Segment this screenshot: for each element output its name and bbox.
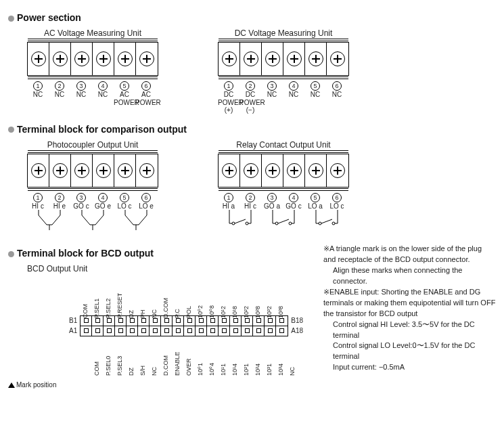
pin-label: HI c (27, 202, 49, 211)
pin-label: LO a (304, 202, 326, 211)
screw-icon (118, 51, 133, 66)
bcd-top-labels: COMP.SEL1P.SEL2P.RESETDZPHNCD.COMP.CPOL1… (85, 278, 303, 315)
pin-num: 6 (332, 193, 342, 202)
pin-label: GO c (283, 202, 304, 211)
pin-num: 4 (289, 81, 298, 91)
pin-label: NC (326, 91, 348, 99)
bcd-pin (127, 326, 138, 336)
bcd-pin-label: COM (85, 336, 97, 377)
dc-terminal-block (218, 42, 349, 76)
pin-num: 1 (33, 193, 43, 202)
pin-num: 5 (120, 81, 129, 91)
pin-label: HI a (218, 202, 239, 211)
row-a-right-label: A18 (291, 327, 303, 334)
pin-num: 1 (33, 81, 43, 91)
bcd-pin-label: DZ (120, 336, 131, 377)
bcd-pin (253, 326, 265, 336)
ac-unit: AC Voltage Measuring Unit 1NC 2NC 3NC 4N… (8, 28, 158, 106)
bcd-pin-label: 10¹1 (212, 336, 223, 377)
bcd-pin (276, 326, 288, 336)
bcd-pin (230, 326, 242, 336)
pin-num: 3 (76, 81, 86, 91)
mark-position-text: Mark position (16, 381, 56, 389)
note-line: Align these marks when connecting the co… (323, 265, 496, 287)
screw-icon (308, 163, 323, 178)
bcd-pin (242, 326, 253, 336)
bcd-bottom-labels: COMP.SEL0P.SEL3DZS/HNCD.COMENABLEOVER10⁰… (85, 336, 303, 377)
svg-point-4 (319, 222, 321, 225)
screw-icon (265, 51, 280, 66)
screw-icon (31, 163, 46, 178)
ac-terminal-3 (71, 43, 93, 75)
pin-label: NC (283, 91, 304, 99)
relay-terminal-block (218, 154, 349, 188)
bcd-pin (265, 326, 276, 336)
screw-icon (118, 163, 133, 178)
screw-icon (74, 51, 89, 66)
bcd-pin-label: NC (143, 336, 154, 377)
pin-num: 3 (267, 81, 277, 91)
screw-icon (96, 163, 111, 178)
screw-icon (265, 163, 280, 178)
bcd-pin (92, 326, 104, 336)
svg-point-2 (275, 222, 278, 225)
dc-pin-labels: 1DC POWER (+) 2DC POWER (−) 3NC 4NC 5NC … (218, 81, 349, 114)
screw-icon (222, 51, 237, 66)
power-row: AC Voltage Measuring Unit 1NC 2NC 3NC 4N… (8, 28, 496, 114)
bcd-pin-label: D.COM (154, 336, 166, 377)
section-title-power: Power section (8, 12, 496, 23)
screw-icon (139, 163, 154, 178)
pin-label: LO c (114, 202, 135, 211)
pin-num: 4 (98, 193, 108, 202)
pin-num: 6 (141, 193, 151, 202)
dc-terminal-3 (262, 43, 283, 75)
bcd-title-text: Terminal block for BCD output (17, 248, 154, 259)
photo-unit-title: Photocoupler Output Unit (27, 140, 158, 150)
bcd-pin-label: P.SEL3 (108, 336, 120, 377)
triangle-mark-icon (8, 382, 15, 388)
ac-terminal-4 (93, 43, 114, 75)
screw-icon (308, 51, 323, 66)
photo-terminal-block (27, 154, 158, 188)
pin-label: GO c (70, 202, 92, 211)
dc-unit-title: DC Voltage Measuring Unit (218, 28, 349, 38)
bcd-pin-label: S/H (131, 336, 143, 377)
bcd-unit-title: BCD Output Unit (27, 264, 303, 273)
bcd-pin (184, 326, 196, 336)
dc-terminal-4 (283, 43, 305, 75)
screw-icon (139, 51, 154, 66)
pin-label: NC (261, 91, 283, 99)
photo-pin-labels: 1HI c 2HI e 3GO c 4GO e 5LO c 6LO e (27, 193, 158, 211)
bcd-pin-label: 10³1 (258, 336, 269, 377)
dc-unit: DC Voltage Measuring Unit 1DC POWER (+) … (199, 28, 349, 114)
note-line: Control signal LO Level:0〜1.5V for the D… (323, 340, 496, 362)
power-title-text: Power section (17, 12, 81, 23)
bcd-pin-label: 10³8 (281, 278, 292, 318)
bcd-pin-label: OVER (177, 336, 189, 377)
photocoupler-schematic-icon (28, 210, 158, 233)
svg-point-0 (232, 222, 235, 225)
pin-label: DC POWER (−) (239, 91, 261, 114)
row-b-right-label: B18 (291, 317, 303, 324)
bcd-pin (207, 326, 219, 336)
row-a-left-label: A1 (69, 327, 77, 334)
section-title-comp: Terminal block for comparison output (8, 124, 496, 135)
bcd-connector (80, 315, 288, 336)
mark-position-label: Mark position (8, 381, 303, 389)
bullet-icon (8, 127, 14, 133)
relay-unit-title: Relay Contact Output Unit (218, 140, 349, 150)
screw-icon (287, 163, 302, 178)
pin-num: 6 (141, 81, 151, 91)
pin-num: 5 (311, 81, 320, 91)
screw-icon (222, 163, 237, 178)
screw-icon (330, 51, 345, 66)
bullet-icon (8, 251, 14, 257)
pin-num: 1 (224, 193, 233, 202)
ac-terminal-6 (136, 43, 158, 75)
dc-terminal-6 (327, 43, 348, 75)
comp-row: Photocoupler Output Unit 1HI c 2HI e 3GO… (8, 140, 496, 235)
pin-label: LO c (326, 202, 348, 211)
ac-unit-title: AC Voltage Measuring Unit (27, 28, 158, 38)
bcd-pin (81, 326, 92, 336)
row-b-left-label: B1 (69, 317, 77, 324)
